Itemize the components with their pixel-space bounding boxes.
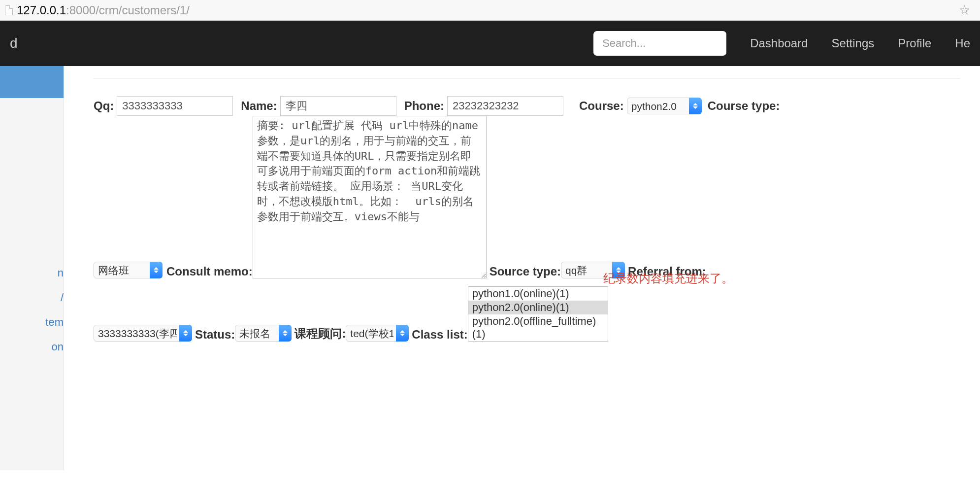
url-text[interactable]: 127.0.0.1:8000/crm/customers/1/ bbox=[17, 3, 190, 17]
list-item[interactable]: python1.0(online)(1) bbox=[468, 287, 608, 301]
name-label: Name: bbox=[241, 99, 277, 113]
bookmark-star-icon[interactable]: ☆ bbox=[954, 2, 975, 18]
class-list-box[interactable]: python1.0(online)(1) python2.0(online)(1… bbox=[468, 286, 608, 342]
sidebar-item-active[interactable] bbox=[0, 66, 64, 98]
status-select[interactable]: 未报名 bbox=[235, 325, 292, 342]
course-type-select[interactable]: 网络班 bbox=[94, 262, 163, 278]
phone-input[interactable] bbox=[447, 96, 563, 116]
status-label: Status: bbox=[195, 328, 235, 342]
sidebar-item[interactable]: on bbox=[0, 335, 64, 359]
navbar-brand[interactable]: d bbox=[10, 35, 18, 51]
main-form: Qq: Name: Phone: Course: python2.0 Cours… bbox=[64, 66, 980, 470]
referral-from-select[interactable]: 3333333333(李四) bbox=[94, 325, 192, 342]
consult-memo-textarea[interactable] bbox=[253, 116, 487, 278]
name-input[interactable] bbox=[280, 96, 396, 116]
divider bbox=[94, 78, 960, 79]
url-host: 127.0.0.1 bbox=[17, 3, 66, 17]
search-input[interactable] bbox=[593, 31, 726, 56]
page-favicon-icon bbox=[5, 5, 13, 15]
nav-link-help[interactable]: He bbox=[955, 36, 970, 50]
consult-memo-label: Consult memo: bbox=[166, 265, 253, 278]
consultant-label: 课程顾问: bbox=[294, 326, 346, 342]
note-text: 纪录数内容填充进来了。 bbox=[603, 271, 733, 286]
navbar-right: Dashboard Settings Profile He bbox=[593, 31, 970, 56]
browser-url-bar[interactable]: 127.0.0.1:8000/crm/customers/1/ ☆ bbox=[0, 0, 980, 21]
sidebar-item[interactable]: / bbox=[0, 285, 64, 310]
list-item[interactable]: python2.0(offline_fulltime)(1) bbox=[468, 314, 608, 341]
url-port: :8000 bbox=[66, 3, 96, 17]
sidebar: n / tem on bbox=[0, 66, 64, 470]
top-navbar: d Dashboard Settings Profile He bbox=[0, 21, 980, 66]
phone-label: Phone: bbox=[404, 99, 444, 113]
course-label: Course: bbox=[579, 99, 624, 113]
list-item[interactable]: python2.0(online)(1) bbox=[468, 301, 608, 314]
qq-label: Qq: bbox=[94, 99, 114, 113]
nav-link-dashboard[interactable]: Dashboard bbox=[750, 36, 808, 50]
sidebar-item[interactable]: n bbox=[0, 261, 64, 285]
source-type-label: Source type: bbox=[490, 265, 561, 278]
nav-link-settings[interactable]: Settings bbox=[832, 36, 875, 50]
consultant-select[interactable]: ted(学校1) bbox=[346, 325, 409, 342]
nav-link-profile[interactable]: Profile bbox=[898, 36, 931, 50]
class-list-label: Class list: bbox=[412, 328, 467, 342]
course-select[interactable]: python2.0 bbox=[627, 98, 702, 114]
url-path: /crm/customers/1/ bbox=[96, 3, 190, 17]
qq-input[interactable] bbox=[117, 96, 233, 116]
sidebar-item[interactable]: tem bbox=[0, 310, 64, 335]
course-type-label: Course type: bbox=[708, 99, 780, 113]
